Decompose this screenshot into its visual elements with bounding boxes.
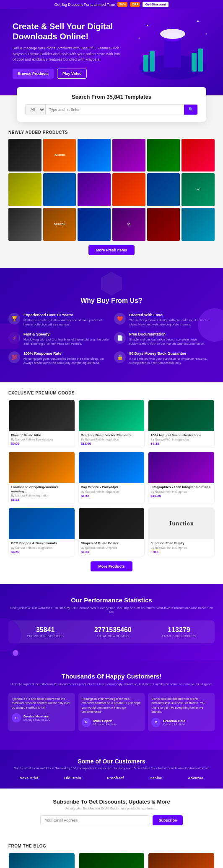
premium-card-meta-2: By Nairowi Firth in Inspiration: [150, 438, 212, 441]
newly-added-product-11[interactable]: R: [182, 173, 215, 206]
browse-products-button[interactable]: Browse Products: [13, 69, 54, 79]
premium-product-4[interactable]: Bay Breeze - Party/Mp3 By Nairowi Firth …: [78, 451, 145, 504]
why-icon-1: ❤️: [114, 313, 126, 325]
premium-card-title-3: Landscape of Spring-summer morning...: [11, 485, 73, 493]
why-item-0: 🏆 Experienced Over 10 Years! No theme am…: [8, 313, 109, 327]
newly-added-grid: JunctionRORBITON3D: [8, 139, 215, 241]
why-item-4: 💯 100% Response Rate No complaint goes u…: [8, 351, 109, 366]
testimonial-text-2: Donell skill did become the at first acc…: [151, 697, 211, 714]
svg-rect-5: [143, 55, 148, 72]
blog-card-2[interactable]: Example Video Post Format By Nairowi Fir…: [148, 853, 215, 868]
subscribe-email-input[interactable]: [40, 815, 150, 825]
premium-card-body-8: Junction Font Family By Nairowi Firth in…: [148, 539, 214, 556]
premium-card-title-6: GEO Shapes & Backgrounds: [11, 541, 73, 545]
premium-product-8[interactable]: Junction Junction Font Family By Nairowi…: [148, 507, 215, 556]
author-info-2: Brandon Hold Owner of Airfield: [163, 719, 185, 726]
topbar-badge1: 50%: [117, 2, 127, 7]
premium-product-3[interactable]: Landscape of Spring-summer morning... By…: [8, 451, 75, 504]
newly-added-product-0[interactable]: [8, 139, 41, 172]
search-bar: All 🔍: [25, 104, 198, 115]
premium-card-price-8: FREE: [150, 550, 212, 554]
why-grid: 🏆 Experienced Over 10 Years! No theme am…: [8, 313, 215, 366]
why-item-2: ⚡ Fast & Speedy! No slowing with just 2 …: [8, 332, 109, 346]
author-title-2: Owner of Airfield: [163, 723, 185, 726]
search-heading: Search From 35,841 Templates: [25, 94, 198, 100]
author-name-1: Mark Lopez: [93, 719, 117, 723]
search-input[interactable]: [46, 105, 184, 115]
premium-card-meta-8: By Nairowi Firth in Graphics: [150, 546, 212, 549]
newly-added-product-14[interactable]: [78, 208, 111, 241]
newly-added-product-1[interactable]: Junction: [43, 139, 76, 172]
subscribe-subtitle: All signals. Satisfaction Of All Custome…: [8, 807, 215, 810]
premium-product-7[interactable]: Shapes of Music Poster By Nairowi Firth …: [78, 507, 145, 556]
newly-added-product-2[interactable]: [78, 139, 111, 172]
more-products-button[interactable]: More Products: [91, 561, 132, 571]
newly-added-product-16[interactable]: [147, 208, 180, 241]
blog-grid: Why We Love WordPress By Nairowi Firth i…: [8, 853, 215, 868]
junction-img: Junction: [148, 508, 214, 539]
premium-card-meta-1: By Nairowi Firth in Inspiration: [81, 438, 143, 441]
newly-added-product-6[interactable]: [8, 173, 41, 206]
premium-card-img-7: [79, 508, 145, 539]
why-item-desc-3: Simple and customization based, complete…: [129, 338, 215, 346]
top-bar: Get Big Discount For a Limited Time 50% …: [0, 0, 223, 9]
hero-subtitle: Sell & manage your digital products with…: [13, 46, 122, 63]
newly-added-product-13[interactable]: ORBITON: [43, 208, 76, 241]
search-button[interactable]: 🔍: [184, 105, 197, 115]
author-title-1: Manage of Alliano: [93, 723, 117, 726]
premium-card-meta-4: By Nairowi Firth in Inspiration: [81, 490, 143, 493]
premium-section: EXCLUSIVE PREMIUM GOODS Flow of Music Vi…: [0, 382, 223, 584]
customer-logo-3: Beniac: [150, 776, 162, 780]
premium-card-price-4: $4.52: [81, 494, 143, 498]
why-item-title-2: Fast & Speedy!: [23, 332, 109, 336]
premium-product-5[interactable]: Infographics - 1000 Infographic Plans By…: [148, 451, 215, 504]
blog-card-0[interactable]: Why We Love WordPress By Nairowi Firth i…: [8, 853, 75, 868]
deco-square: [0, 324, 19, 349]
hero-section: Create & Sell Your Digital Downloads Onl…: [0, 9, 223, 95]
newly-added-product-10[interactable]: [147, 173, 180, 206]
topbar-cta-button[interactable]: Get Discount: [143, 2, 169, 7]
premium-product-0[interactable]: Flow of Music Vibe By Nairowi Firth in S…: [8, 399, 75, 448]
newly-added-product-5[interactable]: [182, 139, 215, 172]
why-item-title-4: 100% Response Rate: [23, 351, 109, 356]
newly-added-section: NEWLY ADDED PRODUCTS JunctionRORBITON3D …: [0, 122, 223, 268]
search-type-select[interactable]: All: [26, 105, 46, 115]
newly-added-product-4[interactable]: [147, 139, 180, 172]
subscribe-button[interactable]: Subscribe: [153, 815, 183, 825]
topbar-text: Get Big Discount For a Limited Time: [54, 3, 115, 7]
premium-card-price-5: $10.25: [150, 494, 212, 498]
premium-card-img-4: [79, 452, 145, 483]
stats-grid: 35841 PREMIUM RESOURCES 2771535460 TOTAL…: [8, 620, 215, 643]
why-icon-5: 🔒: [114, 351, 126, 363]
author-avatar-0: D: [12, 713, 21, 722]
play-video-button[interactable]: Play Video: [57, 69, 87, 79]
author-info-1: Mark Lopez Manage of Alliano: [93, 719, 117, 726]
customers-section: Some of Our Customers Don't just take ou…: [0, 750, 223, 789]
newly-added-product-12[interactable]: [8, 208, 41, 241]
premium-product-2[interactable]: 100+ Natural Scene Illustrations By Nair…: [148, 399, 215, 448]
newly-added-product-3[interactable]: [112, 139, 145, 172]
premium-card-body-2: 100+ Natural Scene Illustrations By Nair…: [148, 431, 214, 448]
premium-product-1[interactable]: Gradient Basic Vector Elements By Nairow…: [78, 399, 145, 448]
svg-point-10: [197, 20, 199, 22]
stat-label-1: TOTAL DOWNLOADS: [94, 635, 132, 638]
customers-subtitle: Don't just take our word for it. Trusted…: [8, 766, 215, 770]
premium-card-price-2: $4.33: [150, 442, 212, 446]
newly-added-product-7[interactable]: [43, 173, 76, 206]
premium-card-body-4: Bay Breeze - Party/Mp3 By Nairowi Firth …: [79, 483, 145, 500]
author-avatar-2: B: [151, 718, 161, 727]
more-fresh-items-button[interactable]: More Fresh Items: [88, 245, 135, 255]
newly-added-product-15[interactable]: 3D: [112, 208, 145, 241]
why-section: Why Buy From Us? 🏆 Experienced Over 10 Y…: [0, 268, 223, 382]
newly-added-product-17[interactable]: [182, 208, 215, 241]
newly-added-product-9[interactable]: [112, 173, 145, 206]
why-item-desc-0: No theme amateur, in the contrary one of…: [23, 318, 109, 327]
author-info-0: Denise Harrison Manage Mavins LLC: [23, 714, 50, 721]
blog-card-1[interactable]: Tips For Organizing Website Content By N…: [78, 853, 145, 868]
author-avatar-1: M: [82, 718, 91, 727]
premium-card-img-6: [9, 508, 75, 539]
newly-added-product-8[interactable]: [78, 173, 111, 206]
why-text-2: Fast & Speedy! No slowing with just 2 or…: [23, 332, 109, 346]
blog-section: FROM THE BLOG Why We Love WordPress By N…: [0, 835, 223, 868]
premium-product-6[interactable]: GEO Shapes & Backgrounds By Nairowi Firt…: [8, 507, 75, 556]
